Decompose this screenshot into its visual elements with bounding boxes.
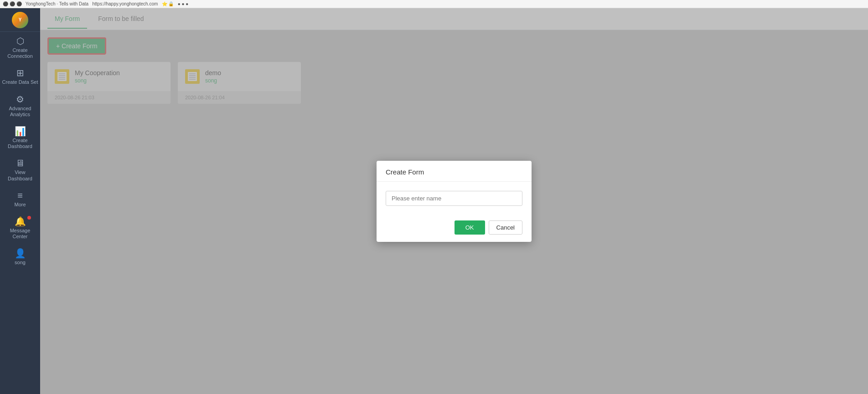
form-name-input[interactable]: [386, 191, 522, 206]
logo-text: Y: [19, 17, 22, 22]
create-dataset-icon: ⊞: [16, 68, 24, 77]
sidebar-item-user[interactable]: 👤 song: [0, 244, 40, 270]
sidebar-item-label: More: [14, 202, 26, 208]
modal-dialog: Create Form OK Cancel: [377, 161, 532, 242]
view-dashboard-icon: 🖥: [16, 159, 25, 168]
sidebar: Y ⬡ Create Connection ⊞ Create Data Set …: [0, 8, 40, 394]
modal-ok-button[interactable]: OK: [455, 220, 485, 235]
sidebar-item-create-connection[interactable]: ⬡ Create Connection: [0, 32, 40, 64]
logo-circle: Y: [12, 12, 28, 28]
browser-bar: ⚫ ⚫ ⚫ YonghongTech · Tells with Data htt…: [0, 0, 868, 8]
sidebar-item-more[interactable]: ≡ More: [0, 186, 40, 212]
sidebar-item-create-dataset[interactable]: ⊞ Create Data Set: [0, 64, 40, 90]
modal-footer: OK Cancel: [377, 215, 532, 242]
sidebar-item-label: Advanced Analytics: [2, 106, 38, 118]
sidebar-item-label: Create Data Set: [2, 79, 38, 85]
content-area: + Create Form My Cooperation song: [40, 30, 868, 394]
browser-bar-text: ⚫ ⚫ ⚫ YonghongTech · Tells with Data htt…: [3, 1, 188, 6]
sidebar-item-view-dashboard[interactable]: 🖥 View Dashboard: [0, 154, 40, 186]
sidebar-item-label: View Dashboard: [2, 169, 38, 181]
create-connection-icon: ⬡: [16, 36, 24, 46]
message-center-icon: 🔔: [15, 217, 26, 226]
sidebar-item-label: Create Connection: [2, 47, 38, 59]
modal-cancel-button[interactable]: Cancel: [489, 220, 522, 235]
modal-body: [377, 182, 532, 215]
sidebar-logo[interactable]: Y: [0, 8, 40, 32]
main-content: My Form Form to be filled + Create Form: [40, 8, 868, 394]
modal-overlay: Create Form OK Cancel: [40, 8, 868, 394]
notification-badge: [27, 216, 31, 220]
sidebar-item-advanced-analytics[interactable]: ⚙ Advanced Analytics: [0, 90, 40, 122]
sidebar-item-label: song: [15, 260, 26, 266]
advanced-analytics-icon: ⚙: [16, 95, 24, 104]
app-container: Y ⬡ Create Connection ⊞ Create Data Set …: [0, 8, 868, 394]
sidebar-item-message-center[interactable]: 🔔 Message Center: [0, 212, 40, 244]
more-icon: ≡: [17, 191, 23, 200]
sidebar-item-create-dashboard[interactable]: 📊 Create Dashboard: [0, 122, 40, 154]
modal-title: Create Form: [377, 161, 532, 182]
sidebar-item-label: Create Dashboard: [2, 138, 38, 149]
sidebar-item-label: Message Center: [2, 228, 38, 240]
create-dashboard-icon: 📊: [15, 127, 26, 136]
user-icon: 👤: [15, 249, 26, 258]
